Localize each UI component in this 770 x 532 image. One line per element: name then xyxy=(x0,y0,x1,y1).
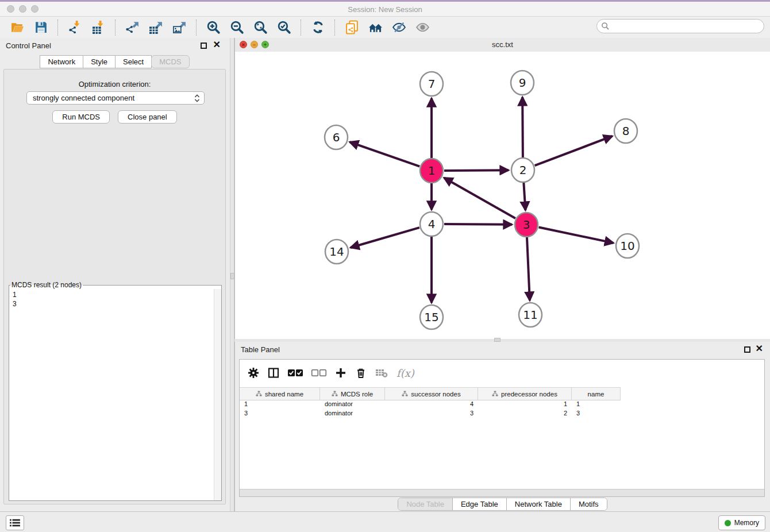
splitter-grip[interactable] xyxy=(230,273,234,279)
cell-predecessor-nodes[interactable]: 1 xyxy=(478,400,572,409)
delete-column-icon[interactable] xyxy=(355,367,367,379)
toolbar-separator xyxy=(57,20,59,36)
memory-button[interactable]: Memory xyxy=(718,515,765,530)
graph-edge-3-11[interactable] xyxy=(527,237,530,300)
cell-MCDS-role[interactable]: dominator xyxy=(320,409,385,418)
graph-edge-2-3[interactable] xyxy=(523,183,525,210)
cell-name[interactable]: 1 xyxy=(572,400,621,409)
cell-predecessor-nodes[interactable]: 2 xyxy=(478,409,572,418)
toggle-panel-icon[interactable] xyxy=(268,367,279,379)
criterion-select[interactable]: strongly connected component xyxy=(26,91,205,105)
export-image-icon[interactable] xyxy=(172,20,187,35)
float-panel-icon[interactable] xyxy=(201,43,207,49)
tab-mcds[interactable]: MCDS xyxy=(151,55,189,68)
graph-node-11[interactable]: 11 xyxy=(519,303,542,327)
column-header-predecessor-nodes[interactable]: predecessor nodes xyxy=(478,388,572,400)
tab-network[interactable]: Network xyxy=(40,55,83,68)
clone-network-icon[interactable] xyxy=(344,20,360,35)
network-canvas[interactable]: 7968124314101511 xyxy=(235,52,770,339)
vertical-splitter[interactable] xyxy=(230,38,234,511)
graph-edge-4-14[interactable] xyxy=(351,228,419,248)
column-header-successor-nodes[interactable]: successor nodes xyxy=(385,388,478,400)
graph-node-1[interactable]: 1 xyxy=(420,159,443,183)
network-view-titlebar: × − + scc.txt xyxy=(235,38,770,52)
result-scrollbar[interactable] xyxy=(214,289,221,500)
graph-edge-2-9[interactable] xyxy=(522,97,523,157)
column-header-name[interactable]: name xyxy=(572,388,621,400)
refresh-layout-icon[interactable] xyxy=(310,20,326,35)
cell-MCDS-role[interactable]: dominator xyxy=(320,400,385,409)
mcds-result-list: 1 3 xyxy=(9,289,214,500)
tab-style[interactable]: Style xyxy=(83,55,116,68)
import-network-icon[interactable] xyxy=(67,20,83,35)
svg-text:2: 2 xyxy=(519,163,527,177)
graph-node-14[interactable]: 14 xyxy=(325,240,348,264)
graph-node-15[interactable]: 15 xyxy=(420,305,443,329)
first-neighbors-icon[interactable] xyxy=(368,20,383,35)
export-network-icon[interactable] xyxy=(125,20,140,35)
graph-node-2[interactable]: 2 xyxy=(511,158,534,182)
zoom-selected-icon[interactable] xyxy=(276,20,292,35)
hide-selected-icon[interactable] xyxy=(391,20,407,35)
task-history-button[interactable] xyxy=(6,515,24,530)
graph-edge-4-3[interactable] xyxy=(444,224,512,225)
zoom-fit-icon[interactable] xyxy=(253,20,268,35)
close-panel-icon[interactable]: ✕ xyxy=(756,344,763,354)
column-header-MCDS-role[interactable]: MCDS role xyxy=(320,388,385,400)
close-panel-button[interactable]: Close panel xyxy=(118,110,177,124)
search-input[interactable] xyxy=(596,19,764,33)
select-none-icon[interactable] xyxy=(311,367,326,379)
status-bar: Memory xyxy=(0,511,770,532)
svg-text:14: 14 xyxy=(329,245,344,259)
cell-name[interactable]: 3 xyxy=(572,409,621,418)
graph-node-4[interactable]: 4 xyxy=(420,212,443,236)
graph-edge-1-6[interactable] xyxy=(350,142,420,167)
cell-successor-nodes[interactable]: 4 xyxy=(385,400,478,409)
cell-shared-name[interactable]: 3 xyxy=(240,409,320,418)
graph-node-6[interactable]: 6 xyxy=(325,125,348,149)
zoom-out-icon[interactable] xyxy=(229,20,245,35)
table-toolbar: f(x) xyxy=(240,360,764,386)
graph-node-10[interactable]: 10 xyxy=(616,234,639,258)
table-row[interactable]: 3dominator323 xyxy=(240,409,764,418)
graph-edge-3-10[interactable] xyxy=(539,228,614,243)
tab-network-table[interactable]: Network Table xyxy=(507,498,571,510)
graph-edge-3-1[interactable] xyxy=(444,178,515,218)
run-mcds-button[interactable]: Run MCDS xyxy=(52,110,110,124)
float-panel-icon[interactable] xyxy=(744,346,750,353)
function-builder-icon[interactable]: f(x) xyxy=(396,367,414,379)
graph-node-3[interactable]: 3 xyxy=(515,213,538,237)
save-session-icon[interactable] xyxy=(33,20,49,35)
column-header-shared-name[interactable]: shared name xyxy=(240,388,320,400)
splitter-grip[interactable] xyxy=(494,338,500,342)
tab-select[interactable]: Select xyxy=(115,55,152,68)
graph-node-8[interactable]: 8 xyxy=(614,119,637,143)
graph-node-9[interactable]: 9 xyxy=(511,71,534,95)
table-row[interactable]: 1dominator411 xyxy=(240,400,764,409)
tab-edge-table[interactable]: Edge Table xyxy=(453,498,507,510)
cell-shared-name[interactable]: 1 xyxy=(240,400,320,409)
zoom-in-icon[interactable] xyxy=(206,20,221,35)
cell-successor-nodes[interactable]: 3 xyxy=(385,409,478,418)
svg-text:9: 9 xyxy=(519,76,526,90)
graph-node-7[interactable]: 7 xyxy=(420,72,443,96)
tab-node-table[interactable]: Node Table xyxy=(398,498,453,510)
table-rows: 1dominator4113dominator323 xyxy=(240,400,764,418)
close-panel-icon[interactable]: ✕ xyxy=(213,40,221,50)
show-hidden-icon[interactable] xyxy=(415,20,430,35)
select-all-icon[interactable] xyxy=(288,367,303,379)
table-mode-gear-icon[interactable] xyxy=(248,367,259,379)
open-file-icon[interactable] xyxy=(10,20,25,35)
network-graph: 7968124314101511 xyxy=(235,52,770,339)
import-table-icon[interactable] xyxy=(91,20,106,35)
add-column-icon[interactable] xyxy=(335,367,346,379)
graph-edge-1-2[interactable] xyxy=(444,170,509,171)
graph-edge-2-8[interactable] xyxy=(535,136,613,165)
tab-motifs[interactable]: Motifs xyxy=(571,498,607,510)
table-hscrollbar[interactable] xyxy=(240,489,764,496)
table-panel-title: Table Panel xyxy=(241,345,280,354)
list-icon xyxy=(9,518,21,527)
main-toolbar xyxy=(0,17,770,38)
export-table-icon[interactable] xyxy=(148,20,164,35)
delete-table-icon[interactable] xyxy=(375,367,388,379)
